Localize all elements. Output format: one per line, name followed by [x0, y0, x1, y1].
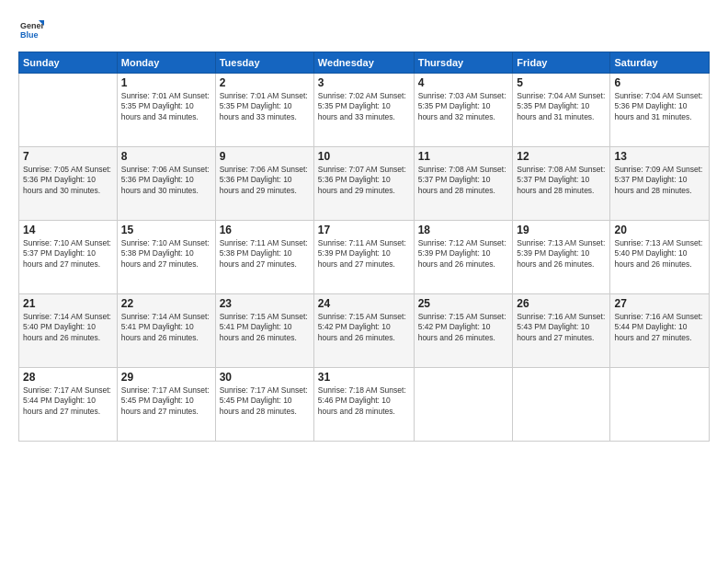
calendar-cell: 21Sunrise: 7:14 AM Sunset: 5:40 PM Dayli…: [19, 294, 118, 368]
calendar-cell: 6Sunrise: 7:04 AM Sunset: 5:36 PM Daylig…: [610, 74, 710, 147]
day-number: 23: [220, 297, 310, 310]
calendar-cell: 26Sunrise: 7:16 AM Sunset: 5:43 PM Dayli…: [513, 294, 610, 368]
day-info: Sunrise: 7:13 AM Sunset: 5:40 PM Dayligh…: [614, 238, 705, 270]
day-number: 24: [318, 297, 410, 310]
calendar-cell: 13Sunrise: 7:09 AM Sunset: 5:37 PM Dayli…: [610, 147, 710, 221]
day-number: 9: [220, 150, 310, 163]
day-info: Sunrise: 7:10 AM Sunset: 5:37 PM Dayligh…: [23, 238, 113, 270]
calendar-cell: 4Sunrise: 7:03 AM Sunset: 5:35 PM Daylig…: [414, 74, 513, 147]
day-number: 1: [121, 76, 211, 89]
calendar-body: 1Sunrise: 7:01 AM Sunset: 5:35 PM Daylig…: [19, 74, 710, 442]
day-number: 27: [614, 297, 705, 310]
day-number: 30: [220, 371, 310, 384]
calendar-cell: 1Sunrise: 7:01 AM Sunset: 5:35 PM Daylig…: [117, 74, 215, 147]
calendar-cell: 24Sunrise: 7:15 AM Sunset: 5:42 PM Dayli…: [313, 294, 414, 368]
day-info: Sunrise: 7:14 AM Sunset: 5:40 PM Dayligh…: [23, 312, 113, 343]
calendar-cell: 31Sunrise: 7:18 AM Sunset: 5:46 PM Dayli…: [313, 368, 414, 442]
calendar-cell: 2Sunrise: 7:01 AM Sunset: 5:35 PM Daylig…: [215, 74, 313, 147]
calendar-cell: 9Sunrise: 7:06 AM Sunset: 5:36 PM Daylig…: [215, 147, 313, 221]
calendar-cell: 18Sunrise: 7:12 AM Sunset: 5:39 PM Dayli…: [414, 221, 513, 294]
calendar-cell: 29Sunrise: 7:17 AM Sunset: 5:45 PM Dayli…: [117, 368, 215, 442]
day-info: Sunrise: 7:04 AM Sunset: 5:36 PM Dayligh…: [614, 91, 705, 122]
day-number: 14: [23, 224, 113, 236]
day-number: 11: [418, 150, 509, 163]
day-number: 16: [220, 224, 310, 236]
day-number: 29: [121, 371, 211, 384]
day-info: Sunrise: 7:05 AM Sunset: 5:36 PM Dayligh…: [23, 165, 113, 196]
weekday-friday: Friday: [513, 52, 610, 74]
calendar-cell: 12Sunrise: 7:08 AM Sunset: 5:37 PM Dayli…: [513, 147, 610, 221]
calendar-cell: 22Sunrise: 7:14 AM Sunset: 5:41 PM Dayli…: [117, 294, 215, 368]
day-number: 5: [517, 76, 606, 89]
calendar-cell: 19Sunrise: 7:13 AM Sunset: 5:39 PM Dayli…: [513, 221, 610, 294]
calendar-page: General Blue SundayMondayTuesdayWednesda…: [0, 0, 728, 563]
day-info: Sunrise: 7:15 AM Sunset: 5:42 PM Dayligh…: [318, 312, 410, 343]
day-info: Sunrise: 7:08 AM Sunset: 5:37 PM Dayligh…: [418, 165, 509, 196]
calendar-table: SundayMondayTuesdayWednesdayThursdayFrid…: [18, 52, 710, 442]
day-info: Sunrise: 7:18 AM Sunset: 5:46 PM Dayligh…: [318, 385, 410, 417]
day-number: 20: [614, 224, 705, 236]
day-info: Sunrise: 7:06 AM Sunset: 5:36 PM Dayligh…: [121, 165, 211, 196]
day-info: Sunrise: 7:02 AM Sunset: 5:35 PM Dayligh…: [318, 91, 410, 122]
day-info: Sunrise: 7:10 AM Sunset: 5:38 PM Dayligh…: [121, 238, 211, 270]
svg-text:Blue: Blue: [20, 30, 39, 40]
day-number: 19: [517, 224, 606, 236]
weekday-wednesday: Wednesday: [313, 52, 414, 74]
calendar-cell: 5Sunrise: 7:04 AM Sunset: 5:35 PM Daylig…: [513, 74, 610, 147]
day-info: Sunrise: 7:03 AM Sunset: 5:35 PM Dayligh…: [418, 91, 509, 122]
day-info: Sunrise: 7:07 AM Sunset: 5:36 PM Dayligh…: [318, 165, 410, 196]
day-info: Sunrise: 7:11 AM Sunset: 5:38 PM Dayligh…: [220, 238, 310, 270]
logo: General Blue: [18, 17, 48, 42]
day-number: 15: [121, 224, 211, 236]
calendar-cell: 30Sunrise: 7:17 AM Sunset: 5:45 PM Dayli…: [215, 368, 313, 442]
day-number: 7: [23, 150, 113, 163]
calendar-cell: [610, 368, 710, 442]
day-number: 8: [121, 150, 211, 163]
day-info: Sunrise: 7:15 AM Sunset: 5:42 PM Dayligh…: [418, 312, 509, 343]
day-info: Sunrise: 7:12 AM Sunset: 5:39 PM Dayligh…: [418, 238, 509, 270]
header: General Blue: [18, 17, 710, 42]
day-info: Sunrise: 7:04 AM Sunset: 5:35 PM Dayligh…: [517, 91, 606, 122]
day-number: 25: [418, 297, 509, 310]
week-row-3: 14Sunrise: 7:10 AM Sunset: 5:37 PM Dayli…: [19, 221, 710, 294]
calendar-cell: [414, 368, 513, 442]
day-number: 18: [418, 224, 509, 236]
day-info: Sunrise: 7:17 AM Sunset: 5:44 PM Dayligh…: [23, 385, 113, 417]
day-info: Sunrise: 7:16 AM Sunset: 5:43 PM Dayligh…: [517, 312, 606, 343]
day-info: Sunrise: 7:01 AM Sunset: 5:35 PM Dayligh…: [121, 91, 211, 122]
calendar-cell: [19, 74, 118, 147]
weekday-monday: Monday: [117, 52, 215, 74]
weekday-thursday: Thursday: [414, 52, 513, 74]
calendar-cell: 20Sunrise: 7:13 AM Sunset: 5:40 PM Dayli…: [610, 221, 710, 294]
day-info: Sunrise: 7:16 AM Sunset: 5:44 PM Dayligh…: [614, 312, 705, 343]
day-number: 17: [318, 224, 410, 236]
day-info: Sunrise: 7:01 AM Sunset: 5:35 PM Dayligh…: [220, 91, 310, 122]
day-number: 22: [121, 297, 211, 310]
svg-text:General: General: [20, 21, 44, 30]
calendar-cell: [513, 368, 610, 442]
calendar-cell: 3Sunrise: 7:02 AM Sunset: 5:35 PM Daylig…: [313, 74, 414, 147]
calendar-cell: 23Sunrise: 7:15 AM Sunset: 5:41 PM Dayli…: [215, 294, 313, 368]
weekday-saturday: Saturday: [610, 52, 710, 74]
logo-icon: General Blue: [18, 17, 44, 42]
calendar-cell: 8Sunrise: 7:06 AM Sunset: 5:36 PM Daylig…: [117, 147, 215, 221]
calendar-cell: 16Sunrise: 7:11 AM Sunset: 5:38 PM Dayli…: [215, 221, 313, 294]
day-number: 13: [614, 150, 705, 163]
day-number: 31: [318, 371, 410, 384]
day-number: 21: [23, 297, 113, 310]
day-number: 3: [318, 76, 410, 89]
day-number: 12: [517, 150, 606, 163]
calendar-cell: 10Sunrise: 7:07 AM Sunset: 5:36 PM Dayli…: [313, 147, 414, 221]
calendar-cell: 25Sunrise: 7:15 AM Sunset: 5:42 PM Dayli…: [414, 294, 513, 368]
calendar-cell: 15Sunrise: 7:10 AM Sunset: 5:38 PM Dayli…: [117, 221, 215, 294]
day-info: Sunrise: 7:11 AM Sunset: 5:39 PM Dayligh…: [318, 238, 410, 270]
weekday-sunday: Sunday: [19, 52, 118, 74]
day-info: Sunrise: 7:13 AM Sunset: 5:39 PM Dayligh…: [517, 238, 606, 270]
day-info: Sunrise: 7:06 AM Sunset: 5:36 PM Dayligh…: [220, 165, 310, 196]
day-info: Sunrise: 7:09 AM Sunset: 5:37 PM Dayligh…: [614, 165, 705, 196]
week-row-4: 21Sunrise: 7:14 AM Sunset: 5:40 PM Dayli…: [19, 294, 710, 368]
day-number: 4: [418, 76, 509, 89]
day-info: Sunrise: 7:08 AM Sunset: 5:37 PM Dayligh…: [517, 165, 606, 196]
week-row-5: 28Sunrise: 7:17 AM Sunset: 5:44 PM Dayli…: [19, 368, 710, 442]
calendar-cell: 11Sunrise: 7:08 AM Sunset: 5:37 PM Dayli…: [414, 147, 513, 221]
